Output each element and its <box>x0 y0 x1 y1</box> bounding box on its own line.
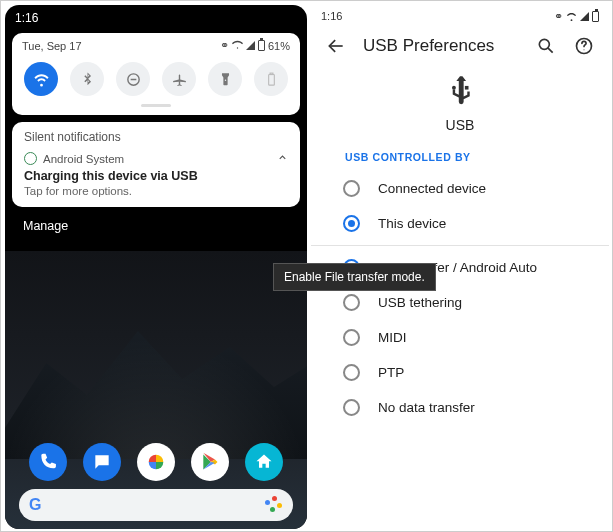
tooltip: Enable File transfer mode. <box>273 263 436 291</box>
notification-header[interactable]: Android System <box>24 152 288 165</box>
radio-option[interactable]: No data transfer <box>311 390 609 425</box>
svg-point-5 <box>539 39 549 49</box>
app-play-store[interactable] <box>191 443 229 481</box>
radio-label: PTP <box>378 365 404 380</box>
svg-line-6 <box>548 48 553 53</box>
radio-option[interactable]: MIDI <box>311 320 609 355</box>
notification-app: Android System <box>43 153 124 165</box>
radio-icon <box>343 399 360 416</box>
collapse-icon[interactable] <box>277 152 288 165</box>
usb-hero-label: USB <box>311 117 609 133</box>
shade-date: Tue, Sep 17 <box>22 40 82 52</box>
silent-notifications-card: Silent notifications Android System Char… <box>12 122 300 207</box>
radio-icon <box>343 180 360 197</box>
qs-wifi[interactable] <box>24 62 58 96</box>
search-bar[interactable]: G <box>19 489 293 521</box>
statusbar-right: 1:16 ⚭ <box>311 5 609 25</box>
qs-airplane[interactable] <box>162 62 196 96</box>
battery-pct: 61% <box>268 40 290 52</box>
usb-hero: USB <box>311 63 609 139</box>
quick-settings-row <box>22 62 290 100</box>
link-icon: ⚭ <box>220 39 229 52</box>
qs-flashlight[interactable] <box>208 62 242 96</box>
app-phone[interactable] <box>29 443 67 481</box>
radio-option[interactable]: This device <box>311 206 609 241</box>
manage-button[interactable]: Manage <box>5 207 307 233</box>
radio-label: This device <box>378 216 446 231</box>
shade-status-icons: ⚭ 61% <box>220 39 290 52</box>
assistant-icon[interactable] <box>265 496 283 514</box>
signal-icon <box>580 12 589 21</box>
section-controlled-by: USB CONTROLLED BY <box>311 139 609 171</box>
svg-rect-3 <box>270 73 273 74</box>
usb-icon <box>445 75 475 109</box>
radio-icon <box>343 215 360 232</box>
qs-bluetooth[interactable] <box>70 62 104 96</box>
radio-label: MIDI <box>378 330 407 345</box>
page-title: USB Preferences <box>363 36 519 56</box>
signal-icon <box>246 41 255 50</box>
battery-icon <box>592 11 599 22</box>
back-button[interactable] <box>325 35 347 57</box>
wifi-icon <box>232 39 243 52</box>
divider <box>311 245 609 246</box>
wallpaper-mountain <box>5 299 307 459</box>
statusbar-left: 1:16 <box>5 5 307 27</box>
wifi-icon <box>566 11 577 22</box>
radio-label: No data transfer <box>378 400 475 415</box>
notification-title[interactable]: Charging this device via USB <box>24 169 288 183</box>
battery-icon <box>258 40 265 51</box>
radio-option[interactable]: Connected device <box>311 171 609 206</box>
dock <box>5 443 307 481</box>
radio-option[interactable]: PTP <box>311 355 609 390</box>
app-photos[interactable] <box>137 443 175 481</box>
svg-point-10 <box>452 86 456 90</box>
shade-handle[interactable] <box>141 104 171 107</box>
clock-left: 1:16 <box>15 11 38 25</box>
svg-rect-2 <box>268 74 274 85</box>
app-home[interactable] <box>245 443 283 481</box>
radio-icon <box>343 329 360 346</box>
android-system-icon <box>24 152 37 165</box>
left-screenshot: 1:16 Tue, Sep 17 ⚭ 61% Silent no <box>5 5 307 529</box>
svg-rect-9 <box>465 86 469 90</box>
clock-right: 1:16 <box>321 10 342 23</box>
header: USB Preferences <box>311 25 609 63</box>
link-icon: ⚭ <box>554 10 563 23</box>
radio-icon <box>343 294 360 311</box>
qs-battery[interactable] <box>254 62 288 96</box>
quick-settings-panel: Tue, Sep 17 ⚭ 61% <box>12 33 300 115</box>
app-messages[interactable] <box>83 443 121 481</box>
wallpaper: G <box>5 251 307 529</box>
notification-subtext[interactable]: Tap for more options. <box>24 185 288 197</box>
svg-point-8 <box>584 49 585 50</box>
radio-label: Connected device <box>378 181 486 196</box>
google-logo: G <box>29 496 41 514</box>
help-button[interactable] <box>573 35 595 57</box>
radio-label: USB tethering <box>378 295 462 310</box>
search-button[interactable] <box>535 35 557 57</box>
qs-dnd[interactable] <box>116 62 150 96</box>
silent-header: Silent notifications <box>24 130 288 144</box>
radio-icon <box>343 364 360 381</box>
